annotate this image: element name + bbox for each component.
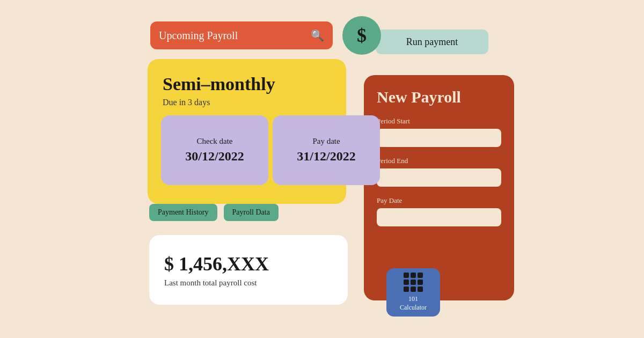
calculator-grid-icon	[404, 273, 423, 292]
payroll-cost-label: Last month total payroll cost	[164, 278, 333, 288]
run-payment-button[interactable]: Run payment	[376, 30, 488, 54]
period-end-input[interactable]	[377, 168, 501, 187]
search-bar[interactable]: Upcoming Payroll 🔍	[150, 21, 333, 49]
check-date-card: Check date 30/12/2022	[161, 115, 268, 185]
check-date-label: Check date	[196, 137, 232, 146]
semi-monthly-title: Semi–monthly	[163, 74, 331, 94]
tabs-row: Payment History Payroll Data	[149, 204, 279, 221]
search-bar-text: Upcoming Payroll	[159, 30, 238, 42]
pay-date-label: Pay date	[312, 137, 340, 146]
pay-date-field-label: Pay Date	[377, 196, 501, 205]
page-scene: Upcoming Payroll 🔍 $ Run payment Semi–mo…	[0, 0, 644, 338]
dollar-circle-icon: $	[342, 16, 381, 55]
check-date-value: 30/12/2022	[185, 149, 244, 164]
new-payroll-title: New Payroll	[377, 88, 501, 106]
payroll-cost-amount: $ 1,456,XXX	[164, 253, 333, 275]
payment-history-tab[interactable]: Payment History	[149, 204, 217, 221]
search-icon: 🔍	[311, 29, 324, 42]
pay-date-value: 31/12/2022	[297, 149, 355, 164]
pay-date-field-input[interactable]	[377, 208, 501, 226]
new-payroll-card: New Payroll Period Start Period End Pay …	[364, 75, 514, 300]
semi-monthly-due: Due in 3 days	[163, 98, 331, 107]
payroll-data-tab[interactable]: Payroll Data	[224, 204, 279, 221]
period-start-input[interactable]	[377, 129, 501, 147]
calculator-label: 101Calculator	[400, 295, 427, 312]
period-end-label: Period End	[377, 157, 501, 165]
payroll-cost-card: $ 1,456,XXX Last month total payroll cos…	[149, 235, 348, 305]
period-start-label: Period Start	[377, 117, 501, 126]
pay-date-card: Pay date 31/12/2022	[273, 115, 380, 185]
calculator-button[interactable]: 101Calculator	[386, 268, 440, 317]
